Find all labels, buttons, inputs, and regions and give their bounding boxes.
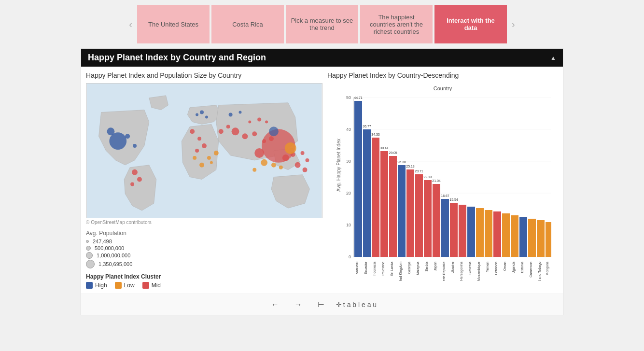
cluster-item-mid: Mid (142, 282, 161, 289)
svg-point-32 (305, 158, 309, 162)
svg-point-3 (125, 134, 130, 139)
x-label-lebanon: Lebanon (494, 262, 498, 275)
nav-back-button[interactable]: ← (267, 298, 283, 311)
svg-text:22.13: 22.13 (423, 175, 432, 179)
svg-point-21 (232, 127, 239, 135)
bar-bosnia[interactable] (459, 205, 466, 257)
x-label-srilanka: Sri Lanka (390, 262, 393, 276)
svg-text:34.33: 34.33 (371, 133, 380, 136)
legend-pop-item-0: 247,498 (86, 239, 322, 244)
nav-forward-button[interactable]: → (291, 298, 306, 311)
map-title: Happy Planet Index and Population Size b… (86, 71, 322, 79)
svg-text:21.04: 21.04 (432, 179, 441, 183)
cluster-label-mid: Mid (152, 282, 161, 289)
svg-point-37 (214, 151, 219, 155)
x-label-mongolia: Mongolia (546, 262, 549, 276)
cluster-swatch-low (115, 282, 122, 289)
bar-yemen[interactable] (485, 210, 492, 257)
main-dashboard: Happy Planet Index by Country and Region… (81, 48, 563, 315)
bar-cameroon[interactable] (528, 219, 536, 257)
nav-first-button[interactable]: ⊢ (314, 298, 328, 311)
tableau-logo: ✛ t a b l e a u (336, 301, 377, 309)
bar-slovenia[interactable] (467, 207, 475, 257)
svg-text:20: 20 (346, 191, 351, 196)
svg-point-41 (210, 161, 213, 164)
bar-czech[interactable] (441, 199, 449, 257)
bar-japan[interactable] (433, 184, 440, 257)
svg-point-9 (196, 113, 198, 116)
svg-point-22 (242, 133, 248, 139)
legend-pop-value-3: 1,350,695,000 (98, 261, 132, 267)
svg-point-13 (137, 177, 142, 182)
bar-vanuatu[interactable] (354, 101, 362, 257)
bar-indonesia[interactable] (372, 138, 379, 257)
bar-trinidad[interactable] (537, 220, 545, 257)
top-nav: ‹ The United States Costa Rica Pick a me… (0, 0, 644, 48)
bar-mongolia[interactable] (546, 222, 551, 257)
cluster-legend-title: Happy Planet Index Cluster (86, 273, 322, 280)
svg-text:23.71: 23.71 (415, 169, 423, 173)
svg-point-18 (195, 149, 199, 153)
nav-prev-button[interactable]: ‹ (124, 19, 137, 29)
bar-palestine[interactable] (380, 151, 388, 257)
svg-point-8 (205, 116, 208, 119)
x-label-vanuatu: Vanuatu (355, 262, 359, 274)
nav-tab-2[interactable]: Costa Rica (211, 5, 284, 43)
svg-text:36.77: 36.77 (363, 125, 371, 128)
x-label-yemen: Yemen (486, 262, 489, 272)
svg-text:26.38: 26.38 (397, 160, 406, 164)
svg-point-20 (226, 125, 230, 128)
svg-point-47 (269, 126, 279, 136)
bar-uk[interactable] (398, 165, 406, 257)
bar-section: Happy Planet Index by Country-Descending… (327, 71, 558, 289)
bar-ukraine[interactable] (450, 203, 458, 257)
nav-tab-3[interactable]: Pick a measure to see the trend (286, 5, 358, 43)
bar-uganda[interactable] (511, 215, 518, 257)
cluster-swatch-mid (142, 282, 149, 289)
cluster-swatch-high (86, 282, 93, 289)
bar-mozambique[interactable] (476, 208, 484, 257)
svg-point-31 (295, 162, 301, 168)
legend-pop-circle-2 (86, 252, 93, 259)
legend-pop-circle-0 (86, 240, 89, 243)
x-label-ukraine: Ukraine (451, 262, 454, 273)
nav-next-button[interactable]: › (507, 19, 520, 29)
nav-tab-1[interactable]: The United States (137, 5, 210, 43)
nav-tab-4[interactable]: The happiest countries aren't the riches… (360, 5, 433, 43)
bar-srilanka[interactable] (389, 156, 397, 257)
svg-text:30: 30 (346, 159, 351, 164)
x-label-georgia: Georgia (407, 262, 411, 274)
legend-pop-item-1: 500,000,000 (86, 245, 322, 251)
bottom-nav: ← → ⊢ ✛ t a b l e a u (81, 294, 563, 315)
svg-text:Avg. Happy Planet Index: Avg. Happy Planet Index (336, 139, 341, 192)
bar-chart-container[interactable]: Country Avg. Happy Planet Index 50 40 30 (327, 83, 558, 276)
bar-estonia[interactable] (519, 217, 527, 257)
x-label-japan: Japan (434, 262, 437, 271)
bar-ecuador[interactable] (363, 129, 371, 257)
svg-point-30 (301, 151, 305, 155)
x-label-palestine: Palestine (381, 262, 385, 276)
scroll-up-icon[interactable]: ▲ (550, 55, 556, 61)
svg-text:0: 0 (349, 254, 351, 259)
svg-text:40: 40 (346, 127, 351, 132)
x-label-serbia: Serbia (425, 262, 428, 271)
bar-lebanon[interactable] (493, 211, 501, 257)
cluster-legend: Happy Planet Index Cluster High Low (86, 273, 322, 289)
svg-point-4 (133, 144, 137, 148)
bar-oman[interactable] (502, 213, 510, 257)
svg-text:Country: Country (434, 85, 452, 91)
svg-point-45 (252, 168, 256, 172)
map-section: Happy Planet Index and Population Size b… (86, 71, 322, 289)
bar-georgia[interactable] (406, 169, 414, 257)
svg-point-15 (190, 129, 195, 134)
cluster-item-high: High (86, 282, 107, 289)
svg-point-42 (261, 159, 267, 166)
svg-point-44 (279, 166, 283, 169)
bar-malaysia[interactable] (415, 174, 423, 257)
map-container[interactable] (86, 83, 322, 218)
x-label-ecuador: Ecuador (364, 261, 367, 274)
svg-point-40 (193, 156, 196, 160)
legend-pop-item-2: 1,000,000,000 (86, 252, 322, 259)
bar-serbia[interactable] (424, 180, 432, 257)
nav-tab-5[interactable]: Interact with the data (434, 5, 507, 43)
